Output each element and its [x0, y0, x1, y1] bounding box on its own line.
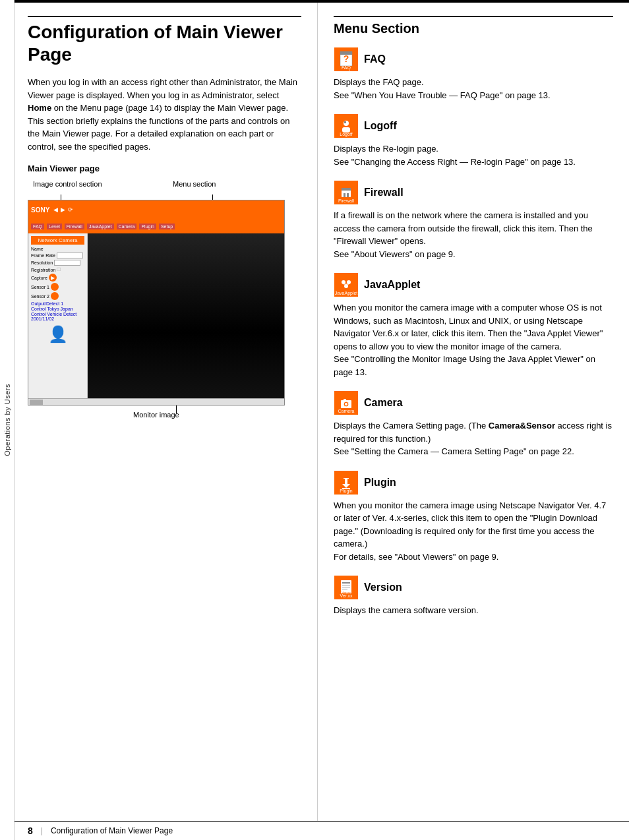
line-right	[212, 195, 213, 200]
svg-rect-30	[342, 582, 350, 584]
svg-point-14	[347, 280, 351, 284]
person-icon: 👤	[48, 325, 68, 343]
menu-btn-firewall: Firewall	[65, 224, 84, 229]
logoff-desc-1: Displays the Re-login page.	[334, 144, 438, 154]
label-registration: Registration	[31, 268, 55, 272]
plugin-desc-2: For details, see "About Viewers" on page…	[334, 552, 498, 562]
browser-toolbar: SONY ◀ ▶ ⟳	[28, 200, 284, 219]
output-link-2[interactable]: Control Tokyo Japan	[31, 307, 84, 311]
plugin-icon-inner: Plugin	[334, 471, 358, 495]
faq-icon-inner: ? FAQ	[334, 47, 358, 71]
resolution-input[interactable]	[54, 260, 80, 266]
svg-rect-10	[344, 193, 345, 197]
monitor-label-row: Monitor image	[28, 405, 285, 421]
menu-item-header-faq: ? FAQ FAQ	[334, 47, 613, 72]
sidebar-row-3: Resolution	[31, 260, 84, 266]
faq-icon: ? FAQ	[334, 47, 359, 72]
logoff-desc-2: See "Changing the Access Right — Re-logi…	[334, 157, 576, 167]
output-link-1[interactable]: Output/Detect 1	[31, 301, 84, 306]
fake-browser: SONY ◀ ▶ ⟳ FAQ Level Firewall	[28, 200, 285, 405]
menu-section-faq: ? FAQ FAQ Displays the FAQ page. See "Wh…	[334, 47, 613, 102]
scrollbar[interactable]	[28, 398, 284, 405]
plugin-name: Plugin	[364, 477, 396, 489]
version-desc: Displays the camera software version.	[334, 604, 613, 617]
menu-btn-java: JavaApplet	[87, 224, 114, 229]
logoff-icon: Logoff	[334, 113, 359, 138]
browser-nav-icons: ◀ ▶ ⟳	[53, 206, 73, 213]
plugin-desc-1: When you monitor the camera image using …	[334, 500, 606, 549]
page-footer: 8 | Configuration of Main Viewer Page	[15, 821, 629, 840]
browser-menu-bar: FAQ Level Firewall JavaApplet Camera Plu…	[28, 219, 284, 233]
intro-bold: Home	[28, 103, 51, 113]
faq-desc: Displays the FAQ page. See "When You Hav…	[334, 76, 613, 102]
sensor1-btn[interactable]	[51, 283, 59, 291]
diagram-labels-row: Image control section Menu section	[28, 180, 285, 193]
javaapplet-name: JavaApplet	[364, 279, 420, 291]
svg-rect-24	[344, 478, 349, 479]
browser-logo: SONY	[31, 206, 49, 214]
menu-item-header-version: Ver.xx Ver.xx Version	[334, 575, 613, 600]
content-area: Configuration of Main Viewer Page When y…	[15, 0, 629, 840]
svg-rect-33	[342, 589, 347, 589]
svg-rect-9	[342, 188, 351, 191]
plugin-icon: Plugin	[334, 470, 359, 495]
menu-item-header-logoff: Logoff Logoff	[334, 113, 613, 138]
video-feed	[88, 233, 284, 398]
menu-btn-faq: FAQ	[31, 224, 44, 229]
firewall-label: Firewall	[338, 198, 354, 203]
javaapplet-desc: When you monitor the camera image with a…	[334, 301, 613, 378]
logoff-desc: Displays the Re-login page. See "Changin…	[334, 142, 613, 168]
menu-section-plugin: Plugin Plugin When you monitor the camer…	[334, 470, 613, 564]
intro-text-1: When you log in with an access right oth…	[28, 77, 297, 100]
side-tab-text: Operations by Users	[3, 384, 11, 456]
footer-label: Configuration of Main Viewer Page	[51, 826, 173, 835]
browser-body: Network Camera Name Frame Rate Resolutio…	[28, 233, 284, 398]
footer-separator: |	[41, 826, 43, 835]
firewall-desc-2: See "About Viewers" on page 9.	[334, 249, 456, 259]
line-left	[61, 195, 61, 200]
camera-desc-1: Displays the Camera Setting page. (The	[334, 421, 489, 431]
firewall-desc-1: If a firewall is on the network where th…	[334, 210, 593, 246]
svg-rect-31	[342, 585, 350, 585]
svg-rect-22	[344, 399, 346, 401]
page-wrapper: Operations by Users Configuration of Mai…	[0, 0, 629, 840]
faq-label: FAQ	[342, 65, 351, 70]
menu-section-javaapplet: JavaApplet JavaApplet When you monitor t…	[334, 272, 613, 378]
diagram-wrapper: Image control section Menu section SONY	[28, 180, 285, 421]
svg-text:?: ?	[344, 53, 349, 64]
camera-desc-2: See "Setting the Camera — Camera Setting…	[334, 446, 574, 456]
main-image-area	[88, 233, 284, 398]
firewall-icon: Firewall	[334, 180, 359, 205]
version-icon: Ver.xx Ver.xx	[334, 575, 359, 600]
menu-btn-setup: Setup	[159, 224, 175, 229]
svg-point-15	[344, 284, 348, 288]
page-title: Configuration of Main Viewer Page	[28, 16, 301, 65]
plugin-label: Plugin	[340, 489, 352, 493]
label-resolution: Resolution	[31, 260, 53, 265]
logoff-icon-inner: Logoff	[334, 114, 358, 138]
capture-btn[interactable]: ▶	[49, 274, 57, 282]
label-sensor1: Sensor 1	[31, 285, 49, 289]
faq-name: FAQ	[364, 53, 386, 65]
nav-icon-2: ▶	[61, 206, 65, 213]
intro-text-2: on the Menu page (page 14) to display th…	[28, 103, 289, 152]
version-name: Version	[364, 582, 402, 593]
monitor-image-label: Monitor image	[133, 411, 179, 419]
output-link-3[interactable]: Control Vehicle Detect 2001/11/02	[31, 312, 84, 321]
label-name: Name	[31, 247, 44, 251]
camera-label: Camera	[338, 409, 355, 413]
svg-rect-25	[345, 479, 347, 484]
menu-item-header-camera: Camera Camera	[334, 390, 613, 415]
menu-btn-camera: Camera	[117, 224, 137, 229]
sensor2-btn[interactable]	[51, 292, 59, 300]
right-col: Menu Section ? FAQ	[318, 3, 629, 821]
label-menu-section: Menu section	[173, 180, 216, 188]
capture-icon: ▶	[51, 275, 55, 281]
camera-desc: Displays the Camera Setting page. (The C…	[334, 419, 613, 458]
menu-section-version: Ver.xx Ver.xx Version Displays the camer…	[334, 575, 613, 617]
javaapplet-icon: JavaApplet	[334, 272, 359, 297]
footer-page-num: 8	[28, 825, 33, 836]
framerate-input[interactable]	[57, 253, 83, 258]
scrollbar-thumb[interactable]	[30, 400, 43, 405]
sidebar-row-2: Frame Rate	[31, 253, 84, 258]
